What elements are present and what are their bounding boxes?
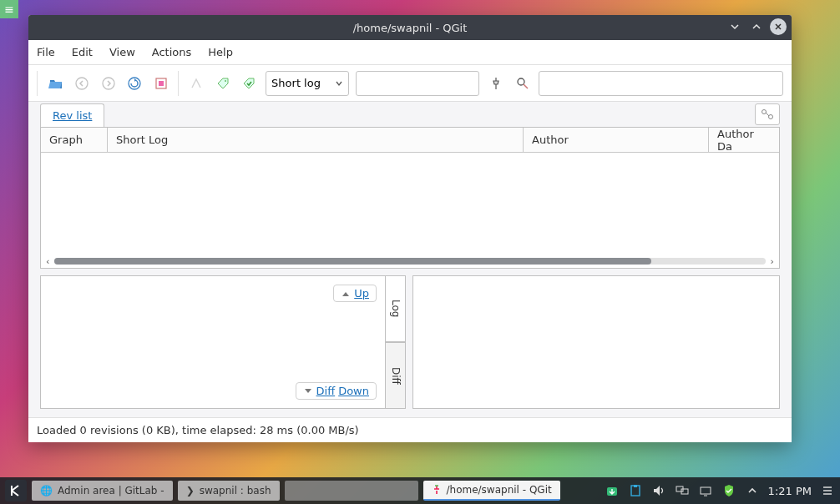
revision-table: Graph Short Log Author Author Da ‹ › [40,127,780,269]
col-author[interactable]: Author [524,128,709,152]
diff-link[interactable]: Diff [316,385,336,397]
filter-input[interactable] [356,71,479,96]
tag-add-button[interactable] [213,73,233,94]
task-label: Admin area | GitLab - [58,485,164,496]
caret-up-icon [341,290,351,298]
toolbar-separator [178,71,180,96]
search-input[interactable] [539,71,783,96]
toolbar-separator [37,71,39,96]
scroll-thumb[interactable] [54,258,651,265]
horizontal-scrollbar[interactable]: ‹ › [41,255,779,268]
tray-network-icon[interactable] [698,483,713,498]
log-format-dropdown[interactable]: Short log [266,71,349,96]
svg-point-0 [76,78,88,89]
settings-button[interactable] [151,73,171,94]
toolbar: Short log [28,65,792,102]
window-title: /home/swapnil - QGit [353,22,468,34]
task-ghost[interactable] [285,481,418,501]
down-link[interactable]: Down [338,385,369,397]
up-link[interactable]: Up [354,287,369,300]
vtab-diff[interactable]: Diff [386,342,406,409]
terminal-icon: ❯ [186,485,195,496]
close-button[interactable] [770,18,787,35]
tabstrip: Rev list [28,102,792,127]
globe-icon: 🌐 [40,485,53,496]
clock[interactable]: 1:21 PM [768,485,812,497]
tray-shield-icon[interactable] [721,483,736,498]
tab-revlist[interactable]: Rev list [40,103,104,127]
svg-rect-14 [701,487,711,494]
svg-point-1 [103,78,114,89]
combo-label: Short log [271,77,321,89]
status-text: Loaded 0 revisions (0 KB), time elapsed:… [37,424,359,436]
svg-rect-11 [634,485,637,487]
scroll-track[interactable] [54,258,765,265]
menu-view[interactable]: View [109,46,135,58]
find-button[interactable] [513,73,533,94]
file-tree-panel [412,275,780,409]
col-authordate[interactable]: Author Da [709,128,779,152]
svg-point-6 [518,78,524,85]
col-shortlog[interactable]: Short Log [108,128,524,152]
svg-point-8 [769,115,773,119]
task-bash[interactable]: ❯ swapnil : bash [178,481,280,501]
task-qgit[interactable]: /home/swapnil - QGit [423,481,560,501]
task-label: swapnil : bash [200,485,271,496]
forward-button [99,73,119,94]
menu-actions[interactable]: Actions [152,46,192,58]
task-gitlab[interactable]: 🌐 Admin area | GitLab - [32,481,173,501]
tray-clipboard-icon[interactable] [628,483,643,498]
vtab-log[interactable]: Log [386,275,406,342]
tab-actions-button[interactable] [755,103,780,125]
menu-edit[interactable]: Edit [72,46,93,58]
revision-table-body [41,153,779,255]
application-launcher[interactable] [5,480,27,501]
col-graph[interactable]: Graph [41,128,108,152]
tray-displays-icon[interactable] [675,483,690,498]
scroll-right-arrow[interactable]: › [771,256,774,267]
down-link-group: Diff Down [296,382,377,400]
qgit-window: /home/swapnil - QGit File Edit View Acti… [28,15,792,442]
tray-expand-arrow[interactable] [745,483,760,498]
statusbar: Loaded 0 revisions (0 KB), time elapsed:… [28,417,792,442]
caret-down-icon [303,387,313,396]
minimize-button[interactable] [726,18,743,35]
menubar: File Edit View Actions Help [28,40,792,65]
qgit-icon [432,485,442,495]
tray-updates-icon[interactable] [605,483,620,498]
menu-help[interactable]: Help [208,46,233,58]
taskbar: 🌐 Admin area | GitLab - ❯ swapnil : bash… [0,477,840,504]
scroll-left-arrow[interactable]: ‹ [46,256,49,267]
search-a-button [186,73,206,94]
tray-volume-icon[interactable] [651,483,666,498]
tray-menu-icon[interactable] [820,483,835,498]
svg-point-5 [225,80,226,82]
up-link-group: Up [333,285,377,302]
svg-point-7 [762,110,767,114]
titlebar: /home/swapnil - QGit [28,15,792,40]
left-panel-menu[interactable]: ≡ [0,0,18,18]
tag-check-button[interactable] [240,73,260,94]
maximize-button[interactable] [748,18,765,35]
svg-rect-4 [159,81,164,86]
back-button [72,73,92,94]
log-diff-panel: Up Diff Down [40,275,386,409]
open-repo-button[interactable] [46,73,66,94]
task-label: /home/swapnil - QGit [447,484,552,496]
reload-button[interactable] [124,73,144,94]
filter-pin-button[interactable] [486,73,506,94]
menu-file[interactable]: File [37,46,55,58]
chevron-down-icon [335,79,343,88]
